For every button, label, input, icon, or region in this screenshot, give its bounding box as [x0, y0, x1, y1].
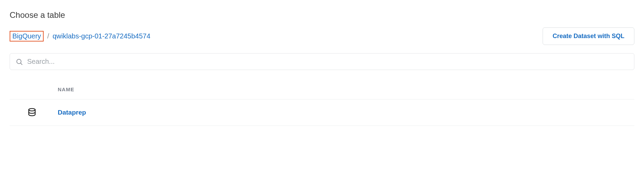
- database-icon: [27, 108, 37, 117]
- create-dataset-button[interactable]: Create Dataset with SQL: [543, 27, 634, 45]
- column-header-name: NAME: [10, 83, 634, 99]
- breadcrumb-root-link[interactable]: BigQuery: [12, 32, 41, 40]
- row-icon-col: [10, 108, 58, 117]
- row-name-label: Dataprep: [58, 109, 86, 116]
- table-row[interactable]: Dataprep: [10, 99, 634, 126]
- search-icon: [15, 58, 23, 66]
- breadcrumb-current-link[interactable]: qwiklabs-gcp-01-27a7245b4574: [53, 32, 151, 40]
- search-input[interactable]: [27, 58, 629, 66]
- breadcrumb-separator: /: [47, 32, 49, 40]
- top-row: BigQuery / qwiklabs-gcp-01-27a7245b4574 …: [10, 27, 634, 45]
- svg-point-2: [29, 108, 35, 111]
- svg-line-1: [21, 63, 22, 64]
- breadcrumb: BigQuery / qwiklabs-gcp-01-27a7245b4574: [10, 31, 151, 42]
- page-title: Choose a table: [10, 10, 634, 20]
- search-field-wrap[interactable]: [10, 53, 634, 70]
- breadcrumb-root-highlight: BigQuery: [10, 31, 44, 42]
